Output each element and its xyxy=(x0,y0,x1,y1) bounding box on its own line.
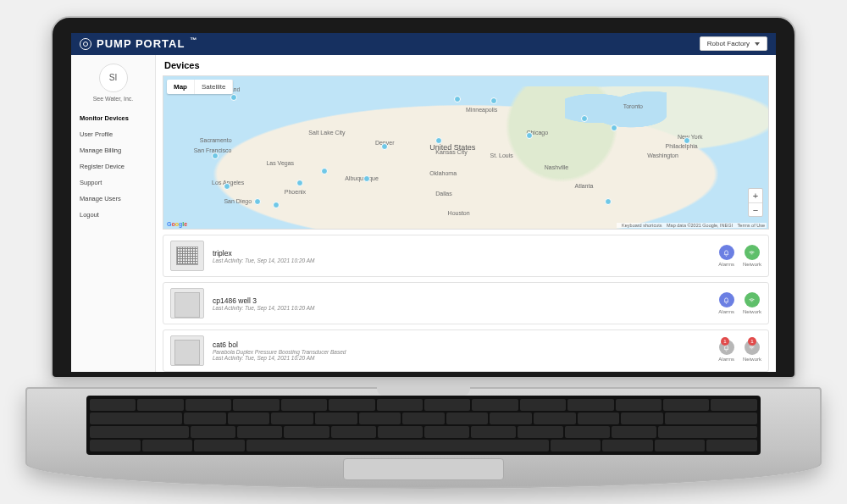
chevron-down-icon xyxy=(755,42,760,46)
map-marker[interactable] xyxy=(363,175,370,182)
sidebar-item-monitor-devices[interactable]: Monitor Devices xyxy=(76,110,150,126)
sidebar-item-register-device[interactable]: Register Device xyxy=(76,158,150,174)
alarms-badge[interactable]: 1 Alarms xyxy=(718,340,734,362)
map-marker[interactable] xyxy=(273,202,280,208)
brand-text: PUMP PORTAL xyxy=(97,37,185,50)
tab-map[interactable]: Map xyxy=(167,80,195,94)
map-attribution: Keyboard shortcuts Map data ©2021 Google… xyxy=(617,223,767,228)
map-marker[interactable] xyxy=(230,94,237,101)
device-subtitle: Parabola Duplex Pressure Boosting Transd… xyxy=(213,349,710,355)
sidebar-item-logout[interactable]: Logout xyxy=(76,207,150,223)
device-row[interactable]: cp1486 well 3 Last Activity: Tue, Sep 14… xyxy=(163,282,769,324)
device-title: cat6 bol xyxy=(213,341,710,349)
map-marker[interactable] xyxy=(212,152,219,159)
sidebar-item-support[interactable]: Support xyxy=(76,174,150,191)
device-thumbnail xyxy=(170,241,204,271)
map-marker[interactable] xyxy=(435,137,442,144)
device-title: triplex xyxy=(213,249,710,258)
sidebar: SI See Water, Inc. Monitor Devices User … xyxy=(71,55,156,372)
map-marker[interactable] xyxy=(321,168,328,174)
alarms-badge[interactable]: Alarms xyxy=(718,245,734,267)
map[interactable]: Map Satellite United States Portland Sal… xyxy=(163,75,769,230)
device-row[interactable]: cat6 bol Parabola Duplex Pressure Boosti… xyxy=(163,330,769,371)
bell-icon xyxy=(719,292,734,307)
map-marker[interactable] xyxy=(454,96,461,102)
tab-satellite[interactable]: Satellite xyxy=(195,80,233,94)
org-name: See Water, Inc. xyxy=(76,96,150,102)
bell-icon xyxy=(719,245,734,260)
map-type-tabs: Map Satellite xyxy=(167,80,233,94)
zoom-out-button[interactable]: − xyxy=(749,202,762,216)
avatar-initials: SI xyxy=(109,73,117,82)
device-last-activity: Last Activity: Tue, Sep 14, 2021 10:20 A… xyxy=(213,355,710,361)
map-marker[interactable] xyxy=(381,143,388,150)
device-list: triplex Last Activity: Tue, Sep 14, 2021… xyxy=(156,230,776,371)
map-zoom: + − xyxy=(748,188,763,217)
alarms-badge[interactable]: Alarms xyxy=(718,292,734,314)
wifi-icon xyxy=(745,292,760,307)
google-logo: Google xyxy=(167,221,187,227)
brand-logo-icon xyxy=(80,38,91,50)
zoom-in-button[interactable]: + xyxy=(749,189,762,202)
sidebar-item-manage-billing[interactable]: Manage Billing xyxy=(76,142,150,158)
avatar[interactable]: SI xyxy=(99,64,128,92)
app-header: PUMP PORTAL ™ Robot Factory xyxy=(71,33,776,55)
sidebar-item-user-profile[interactable]: User Profile xyxy=(76,126,150,142)
factory-select[interactable]: Robot Factory xyxy=(700,36,767,51)
factory-select-label: Robot Factory xyxy=(707,40,750,47)
main: Devices Map Satellite United States Port… xyxy=(156,55,776,372)
network-badge[interactable]: Network xyxy=(743,245,761,267)
page-title: Devices xyxy=(156,55,776,75)
brand: PUMP PORTAL ™ xyxy=(80,37,197,50)
device-row[interactable]: triplex Last Activity: Tue, Sep 14, 2021… xyxy=(163,235,769,277)
device-thumbnail xyxy=(170,288,204,318)
network-badge[interactable]: 1 Network xyxy=(743,340,761,362)
device-last-activity: Last Activity: Tue, Sep 14, 2021 10:20 A… xyxy=(213,258,710,263)
map-marker[interactable] xyxy=(490,97,497,104)
wifi-icon xyxy=(745,245,760,260)
device-thumbnail xyxy=(170,335,204,366)
device-title: cp1486 well 3 xyxy=(213,296,710,305)
device-last-activity: Last Activity: Tue, Sep 14, 2021 10:20 A… xyxy=(213,305,710,311)
map-marker[interactable] xyxy=(684,137,690,144)
network-badge[interactable]: Network xyxy=(743,292,761,314)
laptop-mockup: PUMP PORTAL ™ Robot Factory SI See Wa xyxy=(51,16,796,489)
sidebar-item-manage-users[interactable]: Manage Users xyxy=(76,191,150,207)
